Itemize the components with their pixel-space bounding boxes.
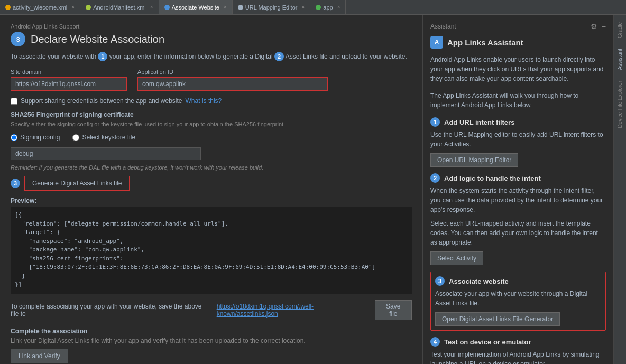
step1-desc: Use the URL Mapping editor to easily add… <box>430 130 606 149</box>
step4-desc: Test your implementation of Android App … <box>430 350 606 364</box>
app-id-label: Application ID <box>137 69 328 75</box>
assistant-label: Assistant <box>430 23 456 30</box>
left-panel: Android App Links Support 3 Declare Webs… <box>0 15 423 364</box>
step2-title: Add logic to handle the intent <box>444 174 541 182</box>
radio-signing-label[interactable]: Signing config <box>11 134 60 141</box>
tab-close-url[interactable]: × <box>301 4 305 10</box>
tab-bar: activity_wlecome.xml × AndroidManifest.x… <box>0 0 626 15</box>
step-header: 3 Declare Website Association <box>11 32 412 46</box>
sidebar-tab-gradle[interactable]: Gradle <box>616 19 624 41</box>
tab-close-associate[interactable]: × <box>224 4 227 10</box>
assistant-icon: A <box>430 36 443 49</box>
step3-badge: 3 <box>11 179 20 188</box>
tab-label-url: URL Mapping Editor <box>245 4 298 11</box>
form-row-site: Site domain Application ID <box>11 69 412 91</box>
complete-section: Complete the association Link your Digit… <box>11 328 412 363</box>
assistant-desc1: Android App Links enable your users to l… <box>430 55 606 83</box>
preview-label: Preview: <box>11 197 412 204</box>
step3-title: Associate website <box>449 277 509 285</box>
step2-badge: 2 <box>274 52 284 61</box>
tab-label-activity: activity_wlecome.xml <box>13 4 67 11</box>
sha-title: SHA256 Fingerprint of signing certificat… <box>11 111 412 118</box>
radio-row: Signing config Select keystore file <box>11 134 412 141</box>
radio-keystore-label[interactable]: Select keystore file <box>72 134 135 141</box>
tab-associate-website[interactable]: Associate Website × <box>159 0 233 14</box>
tab-app[interactable]: app × <box>310 0 346 14</box>
signing-config-select[interactable]: debug <box>11 147 201 160</box>
tab-android-manifest[interactable]: AndroidManifest.xml × <box>80 0 159 14</box>
tab-icon-activity <box>5 5 11 10</box>
sidebar-tab-device-file-explorer[interactable]: Device File Explorer <box>616 78 624 131</box>
step-circle-main: 3 <box>11 32 25 46</box>
tab-url-mapping[interactable]: URL Mapping Editor × <box>233 0 310 14</box>
assistant-title: App Links Assistant <box>447 38 523 47</box>
save-row: To complete associating your app with yo… <box>11 300 412 320</box>
step1-badge: 1 <box>98 52 107 61</box>
step-section-4: 4 Test on device or emulator Test your i… <box>430 337 606 364</box>
assistant-desc2: The App Links Assistant will walk you th… <box>430 91 606 110</box>
save-file-btn[interactable]: Save file <box>375 300 412 320</box>
select-activity-btn[interactable]: Select Activity <box>430 251 483 265</box>
save-url-link[interactable]: https://o18dxim1q.qnssl.com/.well-known/… <box>217 303 370 318</box>
complete-desc: Link your Digital Asset Links file with … <box>11 337 412 344</box>
radio-signing[interactable] <box>11 134 17 141</box>
sha-desc: Specify either the signing config or the… <box>11 120 412 128</box>
tab-icon-associate <box>164 5 170 10</box>
right-sidebar: Gradle Assistant Device File Explorer <box>613 15 626 364</box>
step4-num: 4 <box>430 337 440 347</box>
step1-title: Add URL intent filters <box>444 118 514 126</box>
step2-header: 2 Add logic to handle the intent <box>430 173 606 183</box>
radio-keystore[interactable] <box>72 134 79 141</box>
breadcrumb: Android App Links Support <box>11 23 412 30</box>
open-url-mapping-btn[interactable]: Open URL Mapping Editor <box>430 153 518 167</box>
step2-desc1: When the system starts the activity thro… <box>430 186 606 214</box>
tab-icon-manifest <box>86 5 91 10</box>
right-panel: Assistant ⚙ − A App Links Assistant Andr… <box>423 15 613 364</box>
tab-label-associate: Associate Website <box>172 4 219 11</box>
step2-desc2: Select each URL-mapped activity and inse… <box>430 219 606 247</box>
what-is-this-link[interactable]: What is this? <box>186 97 222 105</box>
save-row-text: To complete associating your app with yo… <box>11 303 211 318</box>
step4-header: 4 Test on device or emulator <box>430 337 606 347</box>
assistant-header: A App Links Assistant <box>430 36 606 49</box>
step1-header: 1 Add URL intent filters <box>430 117 606 127</box>
step-section-2: 2 Add logic to handle the intent When th… <box>430 173 606 265</box>
reminder-text: Reminder: if you generate the DAL file w… <box>11 164 412 171</box>
site-domain-label: Site domain <box>11 69 127 75</box>
generate-btn[interactable]: Generate Digital Asset Links file <box>24 176 130 191</box>
credentials-label: Support sharing credentials between the … <box>21 97 182 105</box>
site-domain-input[interactable] <box>11 77 127 91</box>
preview-box: [{ "relation": ["delegate_permission/com… <box>11 207 412 294</box>
app-id-input[interactable] <box>137 77 328 91</box>
tab-icon-url <box>238 5 243 10</box>
link-verify-btn[interactable]: Link and Verify <box>11 349 68 363</box>
form-group-site-domain: Site domain <box>11 69 127 91</box>
step-section-1: 1 Add URL intent filters Use the URL Map… <box>430 117 606 167</box>
tab-close-activity[interactable]: × <box>71 4 75 10</box>
tab-close-manifest[interactable]: × <box>150 4 153 10</box>
sidebar-tab-assistant[interactable]: Assistant <box>616 45 624 73</box>
tab-activity-welcome[interactable]: activity_wlecome.xml × <box>0 0 80 14</box>
step4-title: Test on device or emulator <box>444 338 531 346</box>
step2-num: 2 <box>430 173 440 183</box>
form-group-app-id: Application ID <box>137 69 328 91</box>
tab-label-app: app <box>323 4 333 11</box>
step3-header: 3 Associate website <box>435 276 601 286</box>
complete-title: Complete the association <box>11 328 412 335</box>
select-row: debug <box>11 147 412 160</box>
credentials-checkbox[interactable] <box>11 98 17 105</box>
tab-icon-app <box>316 5 321 10</box>
step3-desc: Associate your app with your website thr… <box>435 289 601 308</box>
step3-num: 3 <box>435 276 445 286</box>
step-section-3: 3 Associate website Associate your app w… <box>430 272 606 331</box>
step1-num: 1 <box>430 117 440 127</box>
page-title: Declare Website Association <box>31 33 164 45</box>
subtitle: To associate your website with 1 your ap… <box>11 52 412 61</box>
minimize-icon[interactable]: − <box>602 22 606 31</box>
open-digital-asset-btn[interactable]: Open Digital Asset Links File Generator <box>435 312 560 326</box>
tab-close-app[interactable]: × <box>337 4 340 10</box>
credentials-checkbox-row: Support sharing credentials between the … <box>11 97 412 105</box>
settings-icon[interactable]: ⚙ <box>591 22 597 31</box>
tab-label-manifest: AndroidManifest.xml <box>93 4 146 11</box>
